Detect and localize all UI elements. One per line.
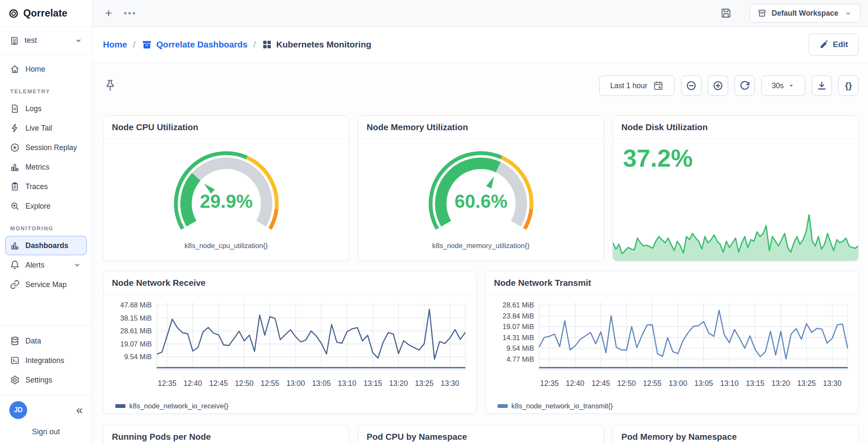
org-selector[interactable]: test — [0, 27, 92, 54]
panel-title: Node Memory Utilization — [358, 116, 604, 139]
sidebar-item-label: Settings — [25, 376, 52, 385]
sidebar-item-alerts[interactable]: Alerts — [5, 255, 87, 275]
refresh-icon — [739, 80, 750, 91]
svg-text:13:25: 13:25 — [415, 379, 434, 388]
svg-text:12:40: 12:40 — [566, 379, 584, 388]
dashboard-content: Last 1 hour 30s — [92, 63, 868, 444]
svg-text:19.07 MiB: 19.07 MiB — [120, 340, 152, 348]
sign-out-button[interactable]: Sign out — [0, 423, 92, 444]
sidebar-item-live-tail[interactable]: Live Tail — [5, 118, 87, 138]
sidebar-item-label: Alerts — [25, 261, 45, 270]
svg-text:28.61 MiB: 28.61 MiB — [502, 301, 534, 309]
braces-icon: {} — [845, 81, 852, 91]
svg-text:13:00: 13:00 — [668, 379, 687, 388]
edit-button[interactable]: Edit — [809, 34, 859, 56]
app-name: Qorrelate — [23, 8, 67, 19]
disk-sparkline — [613, 208, 858, 261]
zoom-in-button[interactable] — [708, 75, 728, 96]
sidebar-item-label: Traces — [25, 182, 48, 191]
bar-chart-icon — [10, 162, 20, 172]
pin-icon[interactable] — [103, 78, 117, 93]
refresh-interval-select[interactable]: 30s — [761, 75, 805, 96]
zoom-out-button[interactable] — [681, 75, 701, 96]
breadcrumb-separator: / — [133, 39, 136, 50]
legend: k8s_node_network_io_transmit{} — [498, 402, 859, 410]
dashboard-row-2: Node Network Receive 9.54 MiB19.07 MiB28… — [103, 271, 859, 414]
sidebar-item-session-replay[interactable]: Session Replay — [5, 138, 87, 157]
sidebar-item-label: Data — [25, 337, 41, 346]
dashboard-row-3: Running Pods per Node Pod CPU by Namespa… — [103, 425, 859, 444]
svg-text:12:55: 12:55 — [261, 379, 279, 388]
sidebar: Qorrelate test Home TELEMETRY Logs Live … — [0, 0, 92, 444]
sidebar-item-data[interactable]: Data — [5, 331, 87, 351]
download-button[interactable] — [812, 75, 832, 96]
new-tab-button[interactable]: + — [105, 7, 112, 19]
dashboards-icon — [10, 240, 20, 251]
svg-text:12:35: 12:35 — [158, 379, 176, 388]
svg-text:13:10: 13:10 — [338, 379, 356, 388]
panel-node-cpu: Node CPU Utilization 29.9% k8s_node_cpu_… — [103, 115, 349, 261]
save-icon[interactable] — [720, 7, 732, 19]
svg-text:12:35: 12:35 — [540, 379, 559, 388]
calendar-icon — [653, 80, 664, 91]
svg-text:13:05: 13:05 — [312, 379, 331, 388]
panel-title: Pod CPU by Namespace — [358, 425, 604, 444]
time-range-button[interactable]: Last 1 hour — [599, 75, 675, 96]
terminal-icon — [10, 355, 20, 366]
panel-title: Pod Memory by Namespace — [613, 425, 858, 444]
sidebar-item-home[interactable]: Home — [5, 59, 87, 79]
download-icon — [816, 80, 827, 91]
sidebar-item-label: Service Map — [25, 280, 67, 289]
sidebar-item-label: Home — [25, 65, 45, 74]
chevron-down-icon — [72, 261, 82, 269]
breadcrumb-dashboards[interactable]: Qorrelate Dashboards — [142, 39, 248, 50]
panel-title: Node Network Receive — [103, 271, 476, 294]
workspace-box-icon — [757, 8, 767, 18]
dashboard-controls: Last 1 hour 30s — [103, 75, 859, 96]
svg-text:12:45: 12:45 — [209, 379, 228, 388]
collapse-sidebar-icon[interactable]: « — [76, 404, 83, 416]
building-icon — [9, 36, 19, 46]
refresh-button[interactable] — [734, 75, 755, 96]
svg-text:29.9%: 29.9% — [200, 191, 253, 212]
section-telemetry: TELEMETRY — [10, 88, 87, 95]
metric-label: k8s_node_memory_utilization{} — [432, 242, 529, 250]
panel-title: Node Network Transmit — [486, 271, 859, 294]
legend-label: k8s_node_network_io_receive{} — [129, 402, 228, 410]
chevron-down-icon — [73, 37, 83, 45]
sidebar-item-dashboards[interactable]: Dashboards — [5, 236, 87, 255]
sidebar-item-explore[interactable]: Explore — [5, 196, 87, 216]
breadcrumb-separator: / — [253, 39, 256, 50]
sidebar-item-logs[interactable]: Logs — [5, 99, 87, 118]
sidebar-item-label: Metrics — [25, 163, 49, 172]
logo: Qorrelate — [0, 0, 92, 27]
svg-text:28.61 MiB: 28.61 MiB — [120, 327, 152, 335]
avatar[interactable]: JD — [9, 401, 27, 419]
panel-pod-cpu: Pod CPU by Namespace — [358, 425, 604, 444]
section-monitoring: MONITORING — [10, 225, 87, 232]
svg-text:13:30: 13:30 — [441, 379, 459, 388]
svg-text:13:05: 13:05 — [694, 379, 713, 388]
svg-text:12:50: 12:50 — [617, 379, 636, 388]
sidebar-item-settings[interactable]: Settings — [5, 370, 87, 390]
svg-text:13:15: 13:15 — [364, 379, 382, 388]
sidebar-item-traces[interactable]: Traces — [5, 177, 87, 196]
svg-text:13:30: 13:30 — [823, 379, 841, 388]
sidebar-footer: JD « — [0, 395, 92, 423]
receive-line-chart[interactable]: 9.54 MiB19.07 MiB28.61 MiB38.15 MiB47.68… — [103, 294, 476, 401]
panel-node-disk: Node Disk Utilization 37.2% — [612, 115, 859, 261]
more-tabs-icon[interactable]: ••• — [124, 8, 136, 18]
sidebar-item-service-map[interactable]: Service Map — [5, 275, 87, 294]
svg-text:13:15: 13:15 — [746, 379, 764, 388]
legend-swatch — [115, 404, 125, 408]
json-view-button[interactable]: {} — [838, 75, 859, 96]
gear-icon — [10, 375, 20, 385]
transmit-line-chart[interactable]: 4.77 MiB9.54 MiB14.31 MiB19.07 MiB23.84 … — [486, 294, 859, 401]
cpu-gauge: 29.9% — [169, 150, 284, 240]
breadcrumb-home[interactable]: Home — [103, 39, 127, 50]
sidebar-item-metrics[interactable]: Metrics — [5, 157, 87, 177]
workspace-selector[interactable]: Default Workspace — [750, 4, 860, 22]
search-plus-icon — [10, 201, 20, 211]
sidebar-item-integrations[interactable]: Integrations — [5, 351, 87, 370]
link-icon — [10, 279, 20, 290]
